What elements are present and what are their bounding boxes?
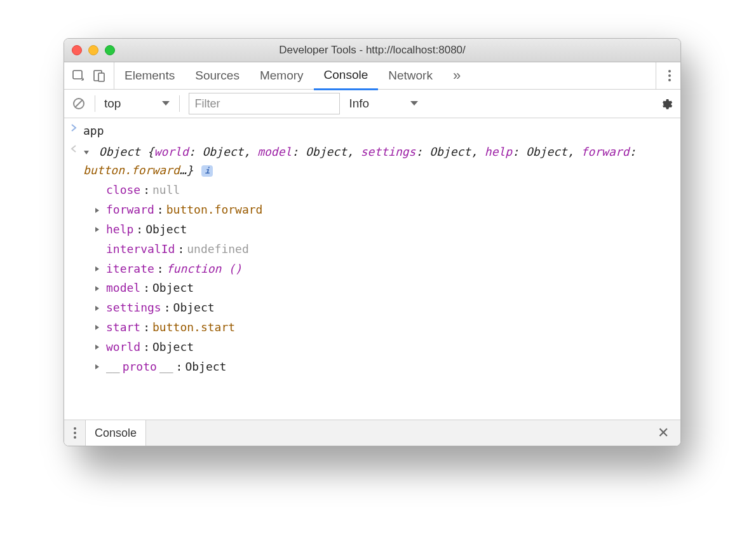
object-prop-settings[interactable]: settings: Object	[95, 298, 680, 318]
object-prop-help[interactable]: help: Object	[95, 220, 680, 240]
object-properties: close: nullforward: button.forwardhelp: …	[64, 181, 680, 357]
title-bar: Developer Tools - http://localhost:8080/	[64, 39, 680, 62]
tab-elements[interactable]: Elements	[114, 62, 185, 89]
devtools-window: { "window": { "title": "Developer Tools …	[64, 38, 681, 446]
context-value: top	[104, 97, 121, 111]
object-prop-iterate[interactable]: iterate: function ()	[95, 259, 680, 279]
svg-point-4	[668, 74, 671, 77]
drawer-tab-console[interactable]: Console	[85, 420, 146, 446]
console-settings-icon[interactable]	[659, 97, 673, 111]
object-prop-forward[interactable]: forward: button.forward	[95, 200, 680, 220]
drawer-menu-icon[interactable]	[64, 426, 86, 440]
inspect-element-icon[interactable]	[72, 69, 86, 83]
expand-icon[interactable]	[95, 364, 104, 370]
svg-point-3	[668, 70, 671, 72]
svg-rect-2	[98, 73, 104, 81]
chevron-down-icon	[161, 100, 170, 107]
expand-toggle-icon[interactable]	[83, 149, 92, 156]
object-prop-start[interactable]: start: button.start	[95, 318, 680, 338]
expand-icon[interactable]	[95, 324, 104, 331]
svg-line-7	[75, 100, 83, 107]
minimize-window-button[interactable]	[88, 45, 98, 55]
object-summary[interactable]: Object {world: Object, model: Object, se…	[83, 143, 674, 180]
drawer: Console ✕	[64, 420, 680, 446]
console-input-text[interactable]: app	[83, 122, 674, 140]
tab-console[interactable]: Console	[314, 62, 379, 90]
traffic-lights	[72, 45, 115, 55]
svg-point-5	[668, 79, 671, 81]
kebab-menu-icon[interactable]	[659, 69, 680, 83]
expand-icon[interactable]	[95, 344, 104, 350]
object-prop-model[interactable]: model: Object	[95, 278, 680, 298]
svg-point-9	[74, 432, 76, 434]
svg-point-10	[74, 436, 76, 439]
drawer-close-icon[interactable]: ✕	[646, 425, 680, 441]
filter-input[interactable]	[189, 93, 340, 114]
console-output: app Object {world: Object, model: Object…	[64, 118, 680, 394]
expand-icon[interactable]	[95, 305, 104, 312]
expand-icon[interactable]	[95, 266, 104, 272]
device-toolbar-icon[interactable]	[92, 69, 106, 83]
level-value: Info	[349, 97, 369, 111]
log-level-select[interactable]: Info	[349, 97, 419, 111]
panel-tabstrip: Elements Sources Memory Console Network …	[64, 62, 680, 90]
console-result-row: Object {world: Object, model: Object, se…	[64, 142, 680, 181]
object-prop-world[interactable]: world: Object	[95, 338, 680, 357]
window-title: Developer Tools - http://localhost:8080/	[64, 44, 680, 57]
chevron-down-icon	[410, 100, 419, 107]
object-prop-proto[interactable]: __proto__: Object	[95, 357, 680, 377]
svg-rect-0	[73, 71, 82, 79]
expand-icon[interactable]	[95, 226, 104, 233]
zoom-window-button[interactable]	[105, 45, 115, 55]
expand-icon[interactable]	[95, 207, 104, 214]
console-input-row: app	[64, 121, 680, 142]
close-window-button[interactable]	[72, 45, 82, 55]
svg-point-8	[74, 427, 76, 430]
clear-console-icon[interactable]	[72, 97, 86, 111]
prompt-icon	[71, 122, 83, 132]
execution-context-select[interactable]: top	[104, 97, 170, 111]
tab-sources[interactable]: Sources	[185, 62, 250, 89]
tab-network[interactable]: Network	[378, 62, 443, 89]
info-icon[interactable]: i	[201, 165, 213, 177]
expand-icon[interactable]	[95, 285, 104, 292]
tab-memory[interactable]: Memory	[250, 62, 314, 89]
tabs-overflow-icon[interactable]: »	[443, 62, 471, 89]
object-prop-intervalId[interactable]: intervalId: undefined	[95, 240, 680, 259]
panel-tabs: Elements Sources Memory Console Network …	[114, 62, 471, 89]
result-icon	[71, 143, 83, 153]
object-prop-close[interactable]: close: null	[95, 181, 680, 200]
console-toolbar: top Info	[64, 90, 680, 118]
